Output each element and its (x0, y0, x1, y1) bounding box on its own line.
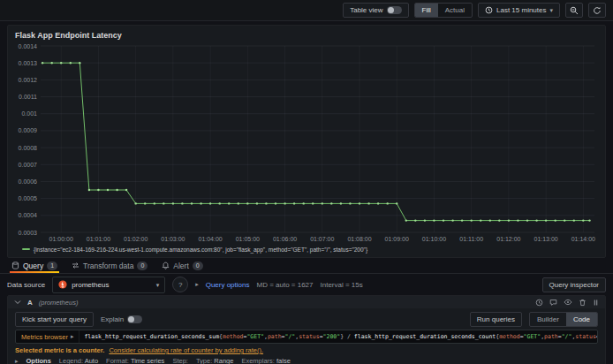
x-axis-tick-label: 01:05:00 (236, 236, 260, 242)
data-point (135, 202, 137, 204)
data-point (330, 202, 332, 204)
query-datasource-hint: (prometheus) (39, 299, 79, 307)
data-point (154, 202, 155, 204)
chevron-right-icon: ▸ (71, 333, 74, 340)
data-point (489, 219, 491, 221)
datasource-help-button[interactable]: ? (172, 277, 188, 292)
data-point (125, 189, 127, 191)
query-inspector-button[interactable]: Query inspector (542, 277, 606, 292)
explain-toggle[interactable]: Explain (101, 315, 142, 323)
data-point (367, 202, 369, 204)
y-axis-tick-label: 0.0007 (19, 162, 38, 168)
refresh-button[interactable] (588, 3, 606, 18)
y-axis-tick-label: 0.0005 (19, 195, 38, 201)
drag-handle-icon[interactable] (593, 299, 599, 307)
refresh-icon (593, 6, 602, 15)
data-point (443, 219, 444, 221)
tab-transform-data[interactable]: Transform data 0 (65, 258, 154, 273)
code-button[interactable]: Code (566, 313, 597, 326)
data-point (498, 219, 500, 221)
latency-panel: Flask App Endpoint Latency 0.00140.00130… (7, 25, 606, 258)
y-axis-tick-label: 0.0012 (19, 77, 38, 83)
x-axis-tick-label: 01:02:00 (124, 236, 148, 242)
data-point (414, 219, 416, 221)
chevron-right-icon: ▸ (195, 281, 199, 288)
help-icon: ? (178, 281, 182, 289)
data-point (256, 202, 258, 204)
data-point (564, 219, 565, 221)
alert-count-badge: 0 (193, 262, 203, 270)
tab-query[interactable]: Query 1 (5, 258, 64, 273)
query-options-toggle[interactable]: Query options (206, 281, 250, 289)
data-point (238, 202, 239, 204)
table-view-toggle[interactable]: Table view (343, 3, 408, 18)
data-point (451, 219, 453, 221)
eye-icon[interactable] (564, 299, 572, 306)
x-axis-tick-label: 01:10:00 (422, 236, 446, 242)
editor-tabs: Query 1 Transform data 0 Alert 0 (0, 258, 613, 274)
options-summary-list: Legend: AutoFormat: Time seriesStep: Typ… (59, 357, 291, 364)
data-point (377, 202, 379, 204)
tab-alert[interactable]: Alert 0 (155, 258, 208, 273)
data-point (97, 189, 99, 191)
data-point (349, 202, 351, 204)
x-axis-tick-label: 01:03:00 (161, 236, 185, 242)
prometheus-icon (58, 280, 67, 289)
query-count-badge: 1 (47, 262, 57, 270)
data-point (433, 219, 435, 221)
time-range-picker[interactable]: Last 15 minutes ▾ (478, 3, 560, 18)
comment-icon[interactable] (549, 299, 557, 307)
options-toggle[interactable]: Options (26, 357, 51, 364)
query-row-header[interactable]: A (prometheus) (8, 296, 605, 308)
zoom-out-button[interactable] (565, 3, 583, 18)
transform-count-badge: 0 (137, 262, 148, 270)
datasource-value: prometheus (72, 281, 109, 289)
kick-start-query-button[interactable]: Kick start your query (15, 312, 94, 327)
fill-button[interactable]: Fill (415, 4, 438, 17)
x-axis-tick-label: 01:13:00 (534, 236, 557, 242)
trash-icon[interactable] (579, 299, 587, 307)
builder-button[interactable]: Builder (530, 313, 566, 326)
explain-label: Explain (101, 315, 124, 323)
datasource-label: Data source (7, 281, 45, 289)
promql-expression-input[interactable]: flask_http_request_duration_seconds_sum{… (79, 333, 597, 340)
zoom-out-icon (570, 6, 579, 15)
data-point (51, 62, 53, 64)
history-icon[interactable] (535, 299, 543, 307)
data-point (582, 219, 584, 221)
legend-series-marker (22, 248, 30, 250)
transform-icon (72, 262, 79, 269)
chevron-down-icon: ▾ (549, 7, 553, 13)
data-point (265, 202, 267, 204)
explain-switch[interactable] (127, 315, 142, 323)
data-point (70, 62, 72, 64)
actual-button[interactable]: Actual (438, 4, 472, 17)
data-point (219, 202, 221, 204)
clock-icon (485, 6, 493, 14)
query-toolbar: Data source prometheus ▾ ? ▸ Query optio… (0, 274, 613, 295)
data-point (405, 219, 407, 221)
table-view-switch[interactable] (387, 6, 402, 14)
data-point (209, 202, 211, 204)
data-point (246, 202, 248, 204)
y-axis-tick-label: 0.0006 (19, 178, 38, 185)
data-point (508, 219, 510, 221)
data-point (303, 202, 305, 204)
bell-icon (162, 262, 170, 269)
data-point (42, 62, 43, 64)
chevron-down-icon[interactable] (14, 300, 21, 305)
metrics-browser-toggle[interactable]: Metrics browser ▸ (16, 330, 79, 343)
add-rate-link[interactable]: Consider calculating rate of counter by … (109, 346, 263, 354)
data-point (396, 202, 397, 204)
y-axis-tick-label: 0.0008 (19, 145, 38, 151)
promql-editor: Metrics browser ▸ flask_http_request_dur… (15, 330, 598, 344)
chart-legend[interactable]: {instance="ec2-184-169-216-224.us-west-1… (15, 244, 598, 254)
data-point (172, 202, 174, 204)
run-queries-button[interactable]: Run queries (470, 312, 522, 327)
x-axis-tick-label: 01:01:00 (87, 236, 110, 242)
query-options-md-summary: MD = auto = 1627 (256, 281, 313, 289)
datasource-select[interactable]: prometheus ▾ (52, 277, 165, 293)
latency-chart[interactable]: 0.00140.00130.00120.00110.0010.00090.000… (15, 41, 598, 244)
data-point (293, 202, 295, 204)
data-point (144, 202, 146, 204)
